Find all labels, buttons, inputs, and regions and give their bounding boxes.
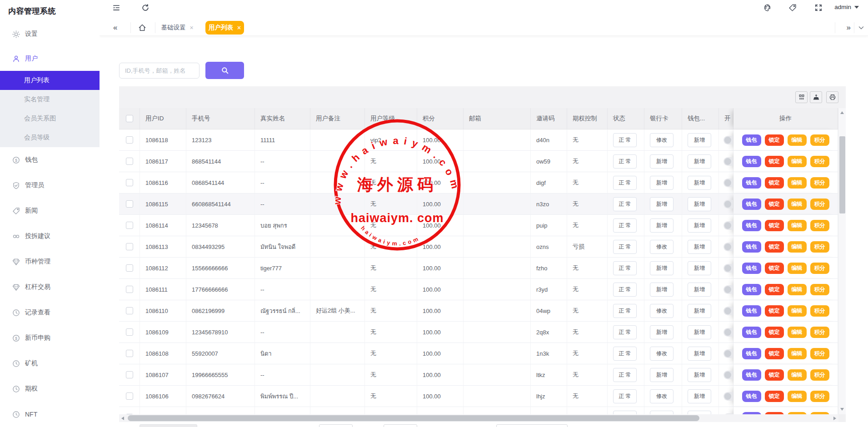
sidebar-item-feedback[interactable]: 投拆建议 <box>0 223 100 249</box>
sidebar-item-miner[interactable]: 矿机 <box>0 351 100 376</box>
sidebar-subitem-user-list[interactable]: 用户列表 <box>0 71 100 90</box>
row-checkbox[interactable] <box>126 179 133 186</box>
bankcard-badge[interactable]: 新增 <box>650 368 673 382</box>
points-button[interactable]: 积分 <box>810 134 829 146</box>
lock-button[interactable]: 锁定 <box>765 241 784 253</box>
status-badge[interactable]: 正 常 <box>613 347 637 361</box>
toggle-switch[interactable] <box>723 264 733 273</box>
edit-button[interactable]: 编辑 <box>788 391 807 402</box>
wallet-button[interactable]: 钱包 <box>742 177 761 189</box>
lock-button[interactable]: 锁定 <box>765 391 784 402</box>
points-button[interactable]: 积分 <box>810 284 829 295</box>
bankcard-badge[interactable]: 修改 <box>650 389 673 403</box>
sidebar-item-coins[interactable]: 币种管理 <box>0 249 100 274</box>
status-badge[interactable]: 正 常 <box>613 368 637 382</box>
menu-fold-icon[interactable] <box>112 4 120 12</box>
tab-basic-settings[interactable]: 基础设置 × <box>152 21 202 35</box>
tag-icon[interactable] <box>788 4 797 12</box>
select-all-checkbox[interactable] <box>126 115 133 122</box>
wallet-badge[interactable]: 新增 <box>688 218 711 233</box>
points-button[interactable]: 积分 <box>810 391 829 402</box>
toggle-switch[interactable] <box>723 221 733 230</box>
wallet-button[interactable]: 钱包 <box>742 199 761 210</box>
sidebar-subitem-realname[interactable]: 实名管理 <box>0 90 100 109</box>
wallet-button[interactable]: 钱包 <box>742 348 761 359</box>
wallet-button[interactable]: 钱包 <box>742 241 761 253</box>
sidebar-subitem-levels[interactable]: 会员等级 <box>0 128 100 147</box>
toggle-switch[interactable] <box>723 179 733 187</box>
bankcard-badge[interactable]: 修改 <box>650 347 673 361</box>
pagination-button[interactable] <box>384 424 417 427</box>
scroll-right-icon[interactable] <box>833 417 836 420</box>
sidebar-item-records[interactable]: 记录查看 <box>0 300 100 325</box>
refresh-icon[interactable] <box>141 4 150 12</box>
wallet-badge[interactable]: 新增 <box>688 325 711 339</box>
edit-button[interactable]: 编辑 <box>788 348 807 359</box>
row-checkbox[interactable] <box>126 350 133 357</box>
points-button[interactable]: 积分 <box>810 348 829 359</box>
points-button[interactable]: 积分 <box>810 263 829 274</box>
status-badge[interactable]: 正 常 <box>613 304 637 318</box>
edit-button[interactable]: 编辑 <box>788 241 807 253</box>
edit-button[interactable]: 编辑 <box>788 327 807 338</box>
close-icon[interactable]: × <box>237 24 241 31</box>
theme-palette-icon[interactable] <box>763 4 772 12</box>
lock-button[interactable]: 锁定 <box>765 177 784 189</box>
edit-button[interactable]: 编辑 <box>788 156 807 167</box>
wallet-badge[interactable]: 新增 <box>688 347 711 361</box>
toggle-switch[interactable] <box>723 328 733 337</box>
wallet-button[interactable]: 钱包 <box>742 327 761 338</box>
edit-button[interactable]: 编辑 <box>788 263 807 274</box>
toggle-switch[interactable] <box>723 392 733 401</box>
scroll-down-icon[interactable] <box>840 408 844 411</box>
sidebar-item-wallet[interactable]: $钱包 <box>0 147 100 173</box>
close-icon[interactable]: × <box>190 24 193 31</box>
lock-button[interactable]: 锁定 <box>765 284 784 295</box>
wallet-button[interactable]: 钱包 <box>742 220 761 231</box>
chevron-down-icon[interactable] <box>858 24 865 31</box>
toggle-switch[interactable] <box>723 243 733 251</box>
bankcard-badge[interactable]: 新增 <box>650 197 673 211</box>
collapse-left-icon[interactable]: « <box>113 23 117 33</box>
points-button[interactable]: 积分 <box>810 369 829 381</box>
row-checkbox[interactable] <box>126 136 133 144</box>
lock-button[interactable]: 锁定 <box>765 369 784 381</box>
points-button[interactable]: 积分 <box>810 220 829 231</box>
wallet-badge[interactable]: 新增 <box>688 283 711 297</box>
search-input[interactable] <box>119 63 200 79</box>
bankcard-badge[interactable]: 新增 <box>650 283 673 297</box>
pagination-size-select[interactable] <box>496 424 568 427</box>
toggle-switch[interactable] <box>723 349 733 358</box>
row-checkbox[interactable] <box>126 307 133 314</box>
toggle-switch[interactable] <box>723 307 733 315</box>
scroll-up-icon[interactable] <box>840 111 844 114</box>
points-button[interactable]: 积分 <box>810 241 829 253</box>
sidebar-item-nft[interactable]: NFT <box>0 402 100 427</box>
print-icon[interactable] <box>826 91 838 103</box>
lock-button[interactable]: 锁定 <box>765 263 784 274</box>
edit-button[interactable]: 编辑 <box>788 369 807 381</box>
sidebar-item-leverage[interactable]: 杠杆交易 <box>0 274 100 300</box>
toggle-switch[interactable] <box>723 200 733 209</box>
fullscreen-icon[interactable] <box>814 4 823 12</box>
wallet-badge[interactable]: 新增 <box>688 304 711 318</box>
status-badge[interactable]: 正 常 <box>613 389 637 403</box>
collapse-right-icon[interactable]: » <box>847 23 851 33</box>
bankcard-badge[interactable]: 修改 <box>650 304 673 318</box>
bankcard-badge[interactable]: 新增 <box>650 218 673 233</box>
row-checkbox[interactable] <box>126 286 133 293</box>
lock-button[interactable]: 锁定 <box>765 305 784 317</box>
sidebar-item-ipo[interactable]: $新币申购 <box>0 325 100 351</box>
lock-button[interactable]: 锁定 <box>765 199 784 210</box>
edit-button[interactable]: 编辑 <box>788 177 807 189</box>
tab-user-list[interactable]: 用户列表 × <box>205 21 244 35</box>
status-badge[interactable]: 正 常 <box>613 240 637 254</box>
wallet-button[interactable]: 钱包 <box>742 156 761 167</box>
column-settings-icon[interactable] <box>795 91 808 103</box>
edit-button[interactable]: 编辑 <box>788 199 807 210</box>
bankcard-badge[interactable]: 修改 <box>650 133 673 147</box>
sidebar-item-news[interactable]: 新闻 <box>0 198 100 223</box>
sidebar-item-settings[interactable]: 设置 <box>0 22 100 46</box>
status-badge[interactable]: 正 常 <box>613 154 637 169</box>
wallet-badge[interactable]: 新增 <box>688 133 711 147</box>
